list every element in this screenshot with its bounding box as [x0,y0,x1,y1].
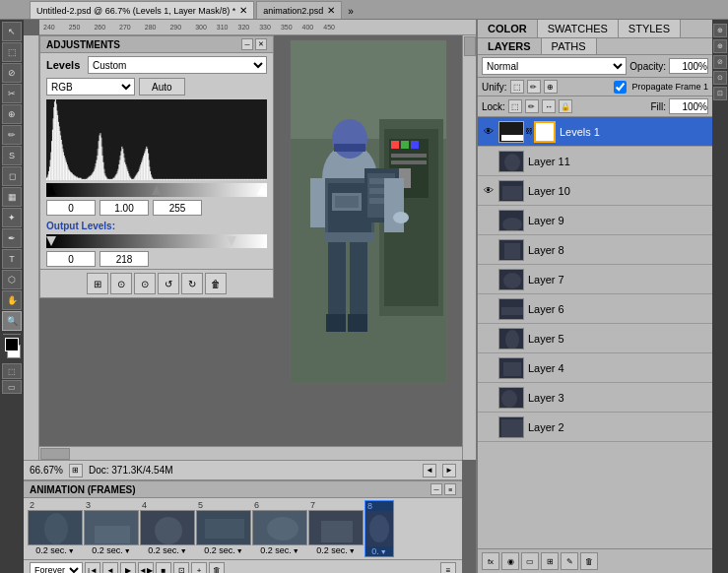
layer-fx-btn[interactable]: fx [482,552,499,570]
tool-shape[interactable]: ⬡ [2,270,22,289]
fill-input[interactable] [669,98,708,114]
layer-item-levels1[interactable]: 👁 ⛓ Levels 1 [478,117,712,147]
layer-item-7[interactable]: Layer 7 [478,265,712,294]
tab-paths[interactable]: PATHS [542,38,597,54]
output-white-handle[interactable] [227,236,236,246]
white-point-handle[interactable] [257,185,267,195]
channel-select[interactable]: RGB [46,78,135,96]
anim-delete-frame[interactable]: 🗑 [209,562,225,573]
tool-move[interactable]: ↖ [2,22,22,41]
tab-overflow-arrow[interactable]: » [344,4,358,19]
unify-btn-1[interactable]: ⬚ [510,80,524,94]
tool-lasso[interactable]: ⬚ [2,42,22,62]
layer-item-11[interactable]: Layer 11 [478,147,712,176]
layer-visibility-8[interactable] [480,241,497,259]
tab-swatches[interactable]: SWATCHES [538,20,619,37]
side-tool-2[interactable]: ⊕ [713,39,727,53]
unify-btn-3[interactable]: ⊕ [544,80,558,94]
tab-untitled[interactable]: Untitled-2.psd @ 66.7% (Levels 1, Layer … [30,1,254,19]
layer-visibility-3[interactable] [480,389,497,407]
panel-close-btn[interactable]: ✕ [255,38,267,50]
adj-tool-eye[interactable]: ⊙ [110,273,132,294]
tab-animation2[interactable]: animation2.psd ✕ [256,1,342,19]
anim-play[interactable]: ▶ [120,562,136,573]
output-max-input[interactable] [99,251,149,267]
layer-new-btn[interactable]: ✎ [561,552,578,570]
output-slider-track[interactable] [46,234,267,248]
frame-8[interactable]: 8 0.▼ [364,500,394,557]
layer-item-10[interactable]: 👁 Layer 10 [478,176,712,206]
adj-tool-eyedrop[interactable]: ⊙ [134,273,156,294]
side-tool-3[interactable]: ⊘ [713,55,727,69]
side-tool-5[interactable]: ⊡ [713,87,727,100]
tab-color[interactable]: COLOR [478,20,538,37]
propagate-checkbox[interactable] [614,81,627,94]
auto-button[interactable]: Auto [139,78,185,96]
lock-btn-2[interactable]: ✏ [525,99,539,113]
frame-6[interactable]: 6 0.2 sec.▼ [252,500,307,557]
tool-screen-mode[interactable]: ▭ [2,380,22,394]
anim-rewind[interactable]: |◄ [85,562,100,573]
tool-zoom[interactable]: 🔍 [2,311,22,331]
anim-tween[interactable]: ⊡ [173,562,189,573]
lock-btn-1[interactable]: ⬚ [508,99,522,113]
anim-panel-menu[interactable]: ≡ [444,483,456,495]
frame-3[interactable]: 3 0.2 sec.▼ [84,500,139,557]
layer-delete-btn[interactable]: 🗑 [580,552,598,570]
tool-hand[interactable]: ✋ [2,290,22,310]
layer-visibility-5[interactable] [480,330,497,348]
frame-5[interactable]: 5 0.2 sec.▼ [196,500,251,557]
layer-item-2[interactable]: Layer 2 [478,413,712,442]
adj-tool-reset[interactable]: ↻ [181,273,203,294]
nav-right[interactable]: ► [442,464,456,478]
nav-left[interactable]: ◄ [423,464,436,478]
side-tool-4[interactable]: ⊙ [713,71,727,85]
layer-visibility-6[interactable] [480,300,497,318]
anim-panel-minimize[interactable]: ─ [430,483,442,495]
scrollbar-vertical[interactable] [462,35,476,460]
levels-preset-select[interactable]: Custom [88,56,267,74]
adjustments-panel-header[interactable]: ADJUSTMENTS ─ ✕ [40,36,273,53]
frame-4[interactable]: 4 0.2 sec.▼ [140,500,195,557]
panel-minimize-btn[interactable]: ─ [241,38,253,50]
layer-visibility-10[interactable]: 👁 [480,182,497,200]
tool-eraser[interactable]: ◻ [2,166,22,186]
layer-adj-btn[interactable]: ▭ [521,552,539,570]
layer-visibility-11[interactable] [480,153,497,170]
layer-visibility-levels1[interactable]: 👁 [480,123,497,141]
tool-dodge[interactable]: ✦ [2,208,22,227]
blend-mode-select[interactable]: Normal [482,57,627,75]
tool-crop[interactable]: ✂ [2,84,22,103]
anim-prev[interactable]: ◄ [102,562,118,573]
layer-item-8[interactable]: Layer 8 [478,235,712,265]
unify-btn-2[interactable]: ✏ [527,80,541,94]
tool-stamp[interactable]: S [2,146,22,165]
black-point-handle[interactable] [46,185,56,195]
input-slider-track[interactable] [46,183,267,197]
lock-btn-3[interactable]: ↔ [542,99,556,113]
midtone-input[interactable] [99,200,149,216]
side-tool-1[interactable]: ⊕ [713,24,727,37]
anim-play-back[interactable]: ◄▶ [138,562,154,573]
zoom-input[interactable]: ⊞ [69,464,83,478]
output-black-handle[interactable] [46,236,56,246]
tool-brush[interactable]: ✏ [2,125,22,145]
layer-item-5[interactable]: Layer 5 [478,324,712,353]
adj-tool-rotate[interactable]: ↺ [158,273,179,294]
frame-2[interactable]: 2 0.2 sec.▼ [28,500,83,557]
scrollbar-horizontal[interactable] [39,446,462,460]
frame-7[interactable]: 7 0.2 sec.▼ [308,500,364,557]
adj-tool-delete[interactable]: 🗑 [205,273,227,294]
layer-mask-btn[interactable]: ◉ [501,552,519,570]
tool-foreground-color[interactable] [5,338,19,351]
layer-visibility-2[interactable] [480,418,497,436]
tool-text[interactable]: T [2,249,22,269]
anim-panel-options[interactable]: ≡ [440,562,456,573]
layer-visibility-7[interactable] [480,271,497,288]
opacity-input[interactable] [669,58,708,74]
midtone-handle[interactable] [152,185,162,195]
tab-layers[interactable]: LAYERS [478,38,542,54]
layer-item-9[interactable]: Layer 9 [478,206,712,235]
layer-group-btn[interactable]: ⊞ [541,552,559,570]
tool-quick-mask[interactable]: ⬚ [2,363,22,379]
